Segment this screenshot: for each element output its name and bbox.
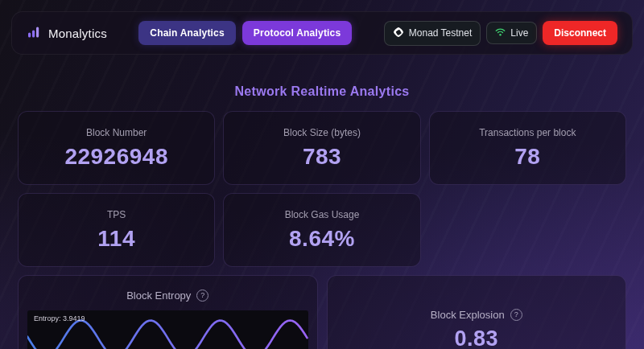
- stat-card-gas-usage: Block Gas Usage 8.64%: [223, 193, 420, 267]
- monad-logo-icon: [393, 27, 404, 40]
- stat-label: Block Number: [86, 127, 147, 138]
- brand-name: Monalytics: [48, 27, 107, 40]
- network-name: Monad Testnet: [409, 27, 473, 39]
- live-label: Live: [510, 27, 528, 39]
- tab-chain-analytics[interactable]: Chain Analytics: [138, 21, 236, 45]
- stat-card-tps: TPS 114: [18, 193, 215, 267]
- stat-card-block-number: Block Number 22926948: [18, 111, 215, 185]
- stat-label: TPS: [107, 209, 126, 220]
- network-selector[interactable]: Monad Testnet: [384, 21, 481, 46]
- entropy-annotation: Entropy: 3.9419: [34, 314, 85, 322]
- stat-value: 114: [97, 226, 135, 252]
- panel-title-row: Block Explosion ?: [431, 309, 522, 321]
- stat-label: Transactions per block: [479, 127, 576, 138]
- live-status-badge: Live: [486, 22, 537, 44]
- bottom-grid: Block Entropy ? Entropy: 3.9419: [18, 275, 626, 349]
- explosion-value: 0.83: [454, 326, 498, 349]
- explosion-title: Block Explosion: [431, 309, 505, 321]
- page-title: Network Realtime Analytics: [18, 84, 626, 99]
- stat-value: 22926948: [64, 144, 168, 170]
- stat-card-block-size: Block Size (bytes) 783: [223, 111, 420, 185]
- stat-value: 783: [303, 144, 341, 170]
- stat-card-tx-per-block: Transactions per block 78: [429, 111, 626, 185]
- panel-title-row: Block Entropy ?: [19, 289, 317, 302]
- entropy-chart: Entropy: 3.9419: [27, 310, 308, 349]
- disconnect-button[interactable]: Disconnect: [543, 21, 617, 45]
- nav-tabs: Chain Analytics Protocol Analytics: [107, 21, 384, 45]
- brand[interactable]: Monalytics: [27, 24, 107, 43]
- help-icon[interactable]: ?: [196, 289, 208, 302]
- bar-chart-logo-icon: [27, 24, 42, 43]
- stat-label: Block Gas Usage: [285, 209, 360, 220]
- nav-status-group: Monad Testnet Live Disconnect: [384, 21, 617, 46]
- empty-grid-cell: [429, 193, 626, 267]
- stat-label: Block Size (bytes): [283, 127, 361, 138]
- signal-icon: [495, 27, 506, 39]
- stat-value: 8.64%: [289, 226, 355, 252]
- stats-grid: Block Number 22926948 Block Size (bytes)…: [18, 111, 626, 267]
- block-explosion-panel: Block Explosion ? 0.83: [327, 275, 627, 349]
- help-icon[interactable]: ?: [510, 309, 522, 321]
- main-content: Network Realtime Analytics Block Number …: [0, 55, 644, 349]
- block-entropy-panel: Block Entropy ? Entropy: 3.9419: [18, 275, 318, 349]
- tab-protocol-analytics[interactable]: Protocol Analytics: [242, 21, 353, 45]
- navbar: Monalytics Chain Analytics Protocol Anal…: [11, 11, 633, 55]
- entropy-title: Block Entropy: [126, 289, 191, 302]
- stat-value: 78: [514, 144, 540, 170]
